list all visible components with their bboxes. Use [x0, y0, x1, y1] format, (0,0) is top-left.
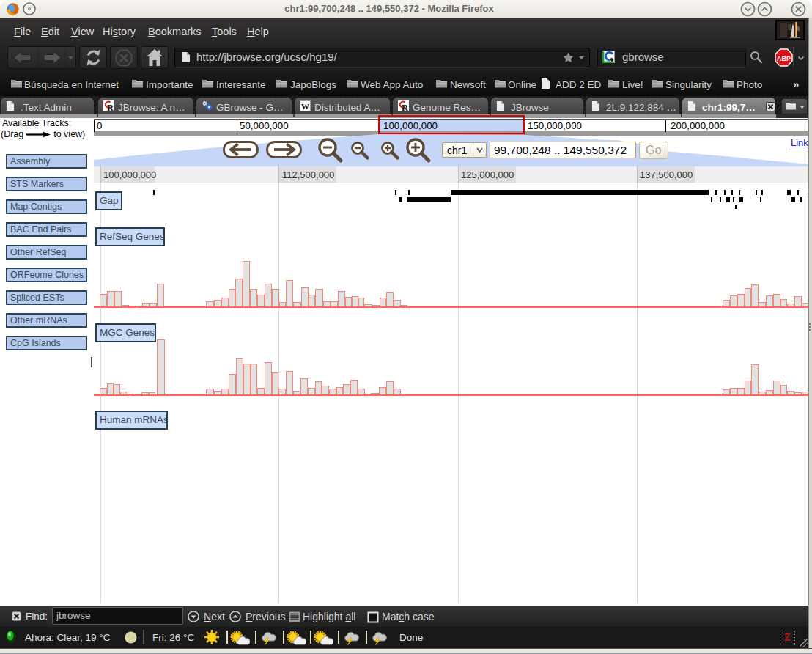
svg-text:R: R [107, 103, 114, 111]
svg-text:W: W [301, 102, 309, 111]
svg-text:R: R [402, 103, 409, 111]
svg-text:ABP: ABP [777, 55, 791, 62]
